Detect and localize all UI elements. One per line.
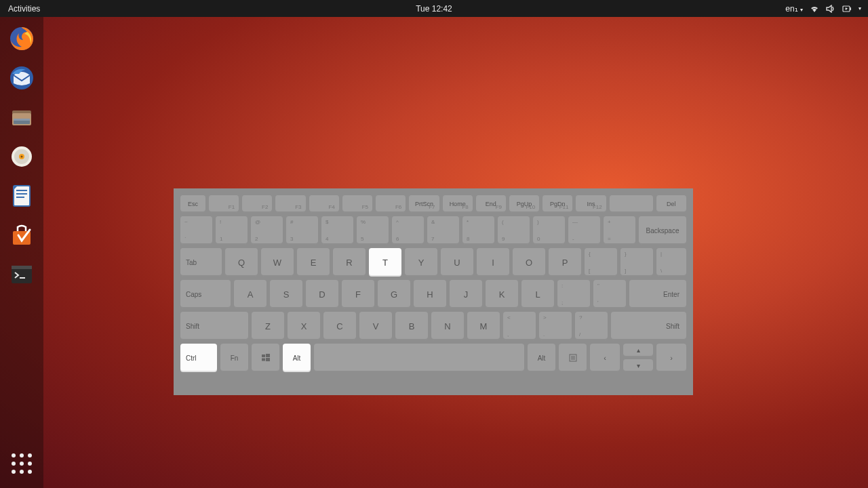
key-[interactable]: "' bbox=[593, 280, 626, 308]
key-s[interactable]: S bbox=[270, 280, 302, 308]
key-i[interactable]: I bbox=[477, 248, 509, 277]
key-r0[interactable]: F3 bbox=[275, 195, 305, 213]
key-end[interactable]: EndF9 bbox=[476, 195, 506, 213]
key-7[interactable]: &7 bbox=[427, 216, 459, 245]
key-[interactable]: }] bbox=[620, 248, 653, 277]
key-[interactable]: —- bbox=[568, 216, 600, 245]
key-2[interactable]: @2 bbox=[251, 216, 283, 245]
key-r5[interactable] bbox=[559, 344, 587, 372]
dock-files[interactable] bbox=[7, 102, 37, 132]
key-4[interactable]: $4 bbox=[321, 216, 353, 245]
key-z[interactable]: Z bbox=[252, 312, 284, 340]
key-8[interactable]: *8 bbox=[462, 216, 494, 245]
activities-button[interactable]: Activities bbox=[0, 4, 48, 14]
wifi-icon bbox=[810, 5, 819, 13]
svg-rect-23 bbox=[266, 358, 270, 361]
key-y[interactable]: Y bbox=[405, 248, 437, 277]
key-pgup[interactable]: PgUpF10 bbox=[509, 195, 539, 213]
key-[interactable]: >. bbox=[539, 312, 572, 340]
key-arrow-up[interactable]: ▴ bbox=[623, 344, 653, 357]
key-[interactable]: ~` bbox=[180, 216, 212, 245]
key-[interactable]: › bbox=[656, 344, 686, 372]
key-1[interactable]: !1 bbox=[216, 216, 248, 245]
key-del[interactable]: Del bbox=[656, 195, 686, 213]
key-f[interactable]: F bbox=[342, 280, 374, 308]
key-w[interactable]: W bbox=[261, 248, 294, 277]
key-r0[interactable]: F4 bbox=[309, 195, 339, 213]
key-[interactable]: ?/ bbox=[575, 312, 608, 340]
key-c[interactable]: C bbox=[323, 312, 356, 340]
key-5[interactable]: %5 bbox=[357, 216, 389, 245]
dock-firefox[interactable] bbox=[7, 24, 37, 54]
key-6[interactable]: ^6 bbox=[392, 216, 424, 245]
key-ins[interactable]: InsF12 bbox=[576, 195, 606, 213]
key-b[interactable]: B bbox=[395, 312, 428, 340]
input-source[interactable]: en₁ ▾ bbox=[785, 4, 803, 14]
key-pgdn[interactable]: PgDnF11 bbox=[542, 195, 572, 213]
key-e[interactable]: E bbox=[297, 248, 330, 277]
key-[interactable]: ‹ bbox=[590, 344, 620, 372]
dock-rhythmbox[interactable] bbox=[7, 142, 37, 171]
key-r0[interactable]: F1 bbox=[209, 195, 239, 213]
svg-rect-20 bbox=[262, 354, 265, 357]
key-o[interactable]: O bbox=[513, 248, 545, 277]
dock-thunderbird[interactable] bbox=[7, 63, 37, 93]
clock[interactable]: Tue 12:42 bbox=[416, 4, 452, 14]
key-k[interactable]: K bbox=[486, 280, 518, 308]
key-backspace[interactable]: Backspace bbox=[639, 216, 686, 245]
key-alt[interactable]: Alt bbox=[528, 344, 555, 372]
key-v[interactable]: V bbox=[359, 312, 392, 340]
key-r[interactable]: R bbox=[333, 248, 366, 277]
key-g[interactable]: G bbox=[378, 280, 410, 308]
key-t[interactable]: T bbox=[369, 248, 401, 277]
key-r0[interactable]: F2 bbox=[242, 195, 272, 213]
key-r0[interactable] bbox=[610, 195, 653, 213]
svg-rect-1 bbox=[850, 7, 852, 10]
dock-terminal[interactable] bbox=[7, 260, 37, 289]
key-esc[interactable]: Esc bbox=[180, 195, 205, 213]
key-r5[interactable] bbox=[252, 344, 279, 372]
key-shift[interactable]: Shift bbox=[180, 312, 248, 340]
key-3[interactable]: #3 bbox=[286, 216, 318, 245]
key-x[interactable]: X bbox=[288, 312, 320, 340]
key-prtscn[interactable]: PrtScnF7 bbox=[409, 195, 439, 213]
key-[interactable]: {[ bbox=[585, 248, 617, 277]
key-m[interactable]: M bbox=[467, 312, 500, 340]
key-q[interactable]: Q bbox=[225, 248, 258, 277]
key-9[interactable]: (9 bbox=[498, 216, 530, 245]
key-home[interactable]: HomeF8 bbox=[443, 195, 473, 213]
key-fn[interactable]: Fn bbox=[220, 344, 248, 372]
key-u[interactable]: U bbox=[441, 248, 473, 277]
status-area[interactable]: en₁ ▾ ▾ bbox=[785, 4, 868, 14]
key-tab[interactable]: Tab bbox=[180, 248, 222, 277]
key-0[interactable]: )0 bbox=[533, 216, 565, 245]
top-bar: Activities Tue 12:42 en₁ ▾ ▾ bbox=[0, 0, 868, 17]
key-a[interactable]: A bbox=[234, 280, 267, 308]
key-[interactable]: <, bbox=[503, 312, 536, 340]
svg-rect-19 bbox=[12, 266, 32, 269]
key-shift[interactable]: Shift bbox=[611, 312, 686, 340]
key-alt[interactable]: Alt bbox=[283, 344, 311, 372]
show-applications[interactable] bbox=[7, 449, 37, 479]
key-r0[interactable]: F6 bbox=[376, 195, 406, 213]
key-[interactable]: :; bbox=[557, 280, 590, 308]
key-[interactable]: |\ bbox=[656, 248, 686, 277]
key-l[interactable]: L bbox=[521, 280, 554, 308]
key-d[interactable]: D bbox=[306, 280, 338, 308]
volume-icon bbox=[826, 5, 835, 13]
key-caps[interactable]: Caps bbox=[180, 280, 231, 308]
key-n[interactable]: N bbox=[431, 312, 464, 340]
key-r0[interactable]: F5 bbox=[342, 195, 372, 213]
svg-rect-14 bbox=[16, 190, 27, 191]
key-ctrl[interactable]: Ctrl bbox=[180, 344, 217, 372]
key-r5[interactable] bbox=[314, 344, 524, 372]
key-h[interactable]: H bbox=[414, 280, 446, 308]
key-j[interactable]: J bbox=[450, 280, 482, 308]
battery-icon bbox=[842, 5, 852, 13]
dock-software[interactable] bbox=[7, 220, 37, 250]
key-p[interactable]: P bbox=[549, 248, 581, 277]
key-[interactable]: += bbox=[604, 216, 635, 245]
key-enter[interactable]: Enter bbox=[629, 280, 686, 308]
key-arrow-down[interactable]: ▾ bbox=[623, 359, 653, 373]
dock-writer[interactable] bbox=[7, 181, 37, 211]
